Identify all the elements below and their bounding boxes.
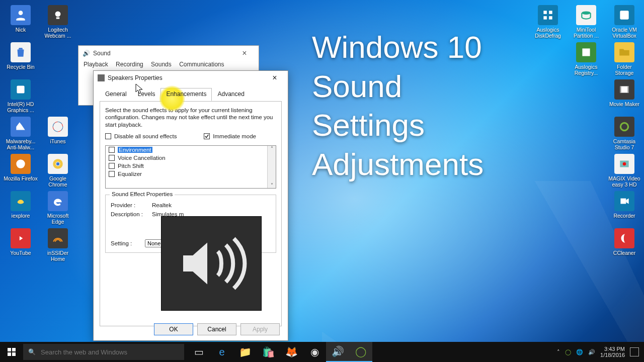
- setting-label: Setting :: [111, 240, 141, 246]
- taskbar-firefox[interactable]: 🦊: [280, 342, 303, 362]
- desktop[interactable]: Nick Recycle Bin Intel(R) HD Graphics ..…: [0, 0, 644, 362]
- svg-rect-23: [549, 16, 552, 19]
- checkbox-icon[interactable]: [109, 155, 115, 161]
- provider-label: Provider :: [111, 202, 148, 208]
- sound-window-titlebar[interactable]: 🔊 Sound ×: [78, 46, 259, 61]
- scroll-down-icon[interactable]: ˅: [271, 183, 273, 188]
- search-input[interactable]: [41, 348, 179, 356]
- search-icon: 🔍: [28, 348, 36, 355]
- action-center-icon[interactable]: [630, 347, 639, 356]
- checkbox-icon[interactable]: [109, 147, 115, 153]
- desktop-icon-intel-graphics[interactable]: Intel(R) HD Graphics ...: [3, 77, 38, 115]
- tab-sounds[interactable]: Sounds: [151, 61, 172, 68]
- svg-point-0: [19, 11, 23, 15]
- tab-levels[interactable]: Levels: [132, 88, 161, 101]
- close-icon[interactable]: ×: [234, 49, 255, 58]
- sound-window-tabs: Playback Recording Sounds Communications: [78, 61, 259, 68]
- properties-titlebar[interactable]: Speakers Properties ×: [94, 71, 288, 85]
- windows-logo-icon: [8, 348, 16, 356]
- desktop-icon-itunes[interactable]: iTunes: [40, 115, 75, 152]
- desktop-icon-malwarebytes[interactable]: Malwareby... Anti-Malw...: [3, 115, 38, 152]
- desktop-icon-camtasia[interactable]: Camtasia Studio 7: [607, 115, 642, 152]
- list-item[interactable]: Voice Cancellation: [106, 154, 276, 162]
- desktop-icon-youtube[interactable]: YouTube: [3, 226, 38, 263]
- desktop-icon-logitech-webcam[interactable]: Logitech Webcam ...: [40, 3, 75, 40]
- desktop-icon-folder-storage[interactable]: Folder Storage: [607, 40, 642, 77]
- svg-rect-1: [17, 85, 24, 93]
- desktop-icon-chrome[interactable]: Google Chrome: [40, 152, 75, 189]
- desktop-icon-recorder[interactable]: Recorder: [607, 189, 642, 226]
- edge-icon: e: [219, 346, 224, 358]
- tray-clock[interactable]: 3:43 PM 1/18/2016: [600, 346, 625, 358]
- tab-general[interactable]: General: [100, 88, 132, 101]
- svg-rect-13: [628, 86, 629, 93]
- checkbox-icon: [204, 133, 210, 139]
- desktop-icon-recycle-bin[interactable]: Recycle Bin: [3, 40, 38, 77]
- tray-overflow-icon[interactable]: ˄: [557, 349, 560, 355]
- scroll-up-icon[interactable]: ˄: [271, 146, 273, 151]
- desktop-icon-user[interactable]: Nick: [3, 3, 38, 40]
- folder-icon: 📁: [239, 346, 252, 358]
- svg-rect-12: [620, 86, 621, 93]
- desktop-icon-iexplore[interactable]: iexplore: [3, 189, 38, 226]
- svg-point-6: [53, 122, 63, 132]
- svg-rect-4: [56, 17, 60, 19]
- taskbar[interactable]: 🔍 ▭ e 📁 🛍️ 🦊 ◉ 🔊 ◯ ˄ ◯ 🌐 🔊 3:43 PM 1/18/…: [0, 342, 644, 362]
- taskbar-store[interactable]: 🛍️: [257, 342, 280, 362]
- search-box[interactable]: 🔍: [23, 344, 184, 360]
- checkbox-icon: [105, 133, 111, 139]
- chrome-icon: ◉: [310, 346, 319, 358]
- taskbar-edge[interactable]: e: [210, 342, 233, 362]
- desktop-icon-inssider[interactable]: inSSIDer Home: [40, 226, 75, 263]
- desktop-icon-ccleaner[interactable]: CCleaner: [607, 226, 642, 263]
- close-icon[interactable]: ×: [265, 73, 285, 82]
- speaker-overlay-image: [161, 216, 262, 311]
- svg-rect-10: [620, 11, 628, 19]
- taskbar-chrome[interactable]: ◉: [303, 342, 326, 362]
- start-button[interactable]: [0, 342, 23, 362]
- apply-button[interactable]: Apply: [240, 323, 280, 335]
- scrollbar[interactable]: ˄ ˅: [267, 146, 276, 188]
- provider-value: Realtek: [152, 202, 172, 208]
- task-view-button[interactable]: ▭: [187, 342, 210, 362]
- tray-network-icon[interactable]: 🌐: [576, 349, 583, 355]
- desktop-icon-edge[interactable]: Microsoft Edge: [40, 189, 75, 226]
- dialog-buttons: OK Cancel Apply: [154, 323, 280, 335]
- svg-point-18: [582, 11, 590, 15]
- tray-camtasia-icon[interactable]: ◯: [565, 349, 571, 355]
- tab-enhancements[interactable]: Enhancements: [160, 88, 212, 101]
- desktop-icon-minitool-partition[interactable]: MiniTool Partition ...: [569, 3, 604, 40]
- list-item[interactable]: Equalizer: [106, 170, 276, 178]
- desktop-icons-right2: MiniTool Partition ... Auslogics Registr…: [569, 3, 604, 77]
- checkbox-icon[interactable]: [109, 171, 115, 177]
- disable-all-effects-checkbox[interactable]: Disable all sound effects: [105, 133, 177, 139]
- tray-volume-icon[interactable]: 🔊: [588, 349, 595, 355]
- desktop-icon-firefox[interactable]: Mozilla Firefox: [3, 152, 38, 189]
- sound-window-title: Sound: [93, 50, 111, 57]
- desktop-icon-auslogics-registry[interactable]: Auslogics Registry...: [569, 40, 604, 77]
- checkbox-icon[interactable]: [109, 163, 115, 169]
- immediate-mode-checkbox[interactable]: Immediate mode: [204, 133, 256, 139]
- taskbar-sound[interactable]: 🔊: [326, 342, 349, 362]
- ok-button[interactable]: OK: [154, 323, 193, 335]
- tab-playback[interactable]: Playback: [84, 61, 108, 68]
- desktop-icon-magix[interactable]: MAGIX Video easy 3 HD: [607, 152, 642, 189]
- taskbar-file-explorer[interactable]: 📁: [233, 342, 257, 362]
- tab-communications[interactable]: Communications: [179, 61, 224, 68]
- list-item[interactable]: Pitch Shift: [106, 162, 276, 170]
- taskbar-camtasia[interactable]: ◯: [349, 342, 372, 362]
- list-item[interactable]: Environment: [106, 146, 276, 154]
- properties-tabs: General Levels Enhancements Advanced: [94, 85, 288, 101]
- desktop-icon-movie-maker[interactable]: Movie Maker: [607, 77, 642, 115]
- speaker-icon: 🔊: [332, 345, 344, 357]
- svg-point-3: [55, 11, 61, 17]
- effects-listbox[interactable]: Environment Voice Cancellation Pitch Shi…: [105, 145, 276, 189]
- desktop-icon-virtualbox[interactable]: Oracle VM VirtualBox: [607, 3, 642, 40]
- svg-rect-17: [620, 199, 626, 204]
- tab-recording[interactable]: Recording: [116, 61, 143, 68]
- cancel-button[interactable]: Cancel: [197, 323, 236, 335]
- checkmark-icon: [204, 134, 209, 139]
- tab-advanced[interactable]: Advanced: [212, 88, 250, 101]
- system-tray[interactable]: ˄ ◯ 🌐 🔊 3:43 PM 1/18/2016: [552, 346, 644, 358]
- speaker-icon: 🔊: [83, 50, 90, 57]
